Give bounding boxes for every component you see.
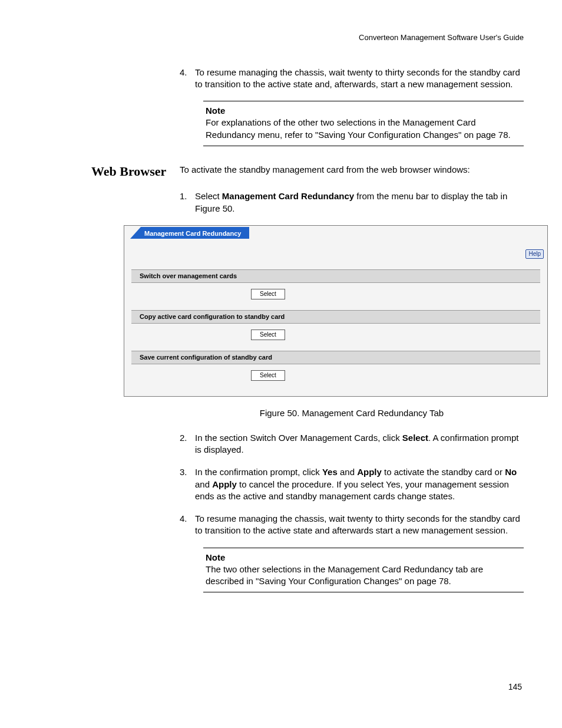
note-title: Note: [206, 105, 521, 117]
text-bold: Apply: [212, 479, 237, 489]
text-bold: Apply: [357, 467, 382, 477]
text-bold: Select: [402, 433, 428, 443]
ui-section-header: Switch over management cards: [131, 269, 540, 283]
text-run: Select: [195, 191, 222, 201]
ui-toolbar: Help: [124, 239, 547, 265]
page-number: 145: [508, 681, 522, 693]
document-header: Converteon Management Software User's Gu…: [38, 32, 524, 43]
note-box: Note The two other selections in the Man…: [203, 548, 524, 593]
text-run: to activate the standby card or: [382, 467, 505, 477]
ui-window: Management Card Redundancy Help Switch o…: [124, 225, 548, 397]
figure: Management Card Redundancy Help Switch o…: [124, 225, 548, 397]
list-number: 1.: [180, 190, 195, 215]
list-item: 3. In the confirmation prompt, click Yes…: [180, 466, 524, 502]
help-button[interactable]: Help: [525, 249, 544, 259]
list-text: To resume managing the chassis, wait twe…: [195, 513, 524, 537]
ui-tab-row: Management Card Redundancy: [124, 226, 547, 239]
note-box: Note For explanations of the other two s…: [203, 101, 524, 146]
list-item: 4. To resume managing the chassis, wait …: [180, 513, 524, 537]
text-run: In the confirmation prompt, click: [195, 467, 322, 477]
text-run: to cancel the procedure. If you select Y…: [195, 479, 509, 501]
select-button-save-config[interactable]: Select: [251, 370, 285, 381]
list-text: In the confirmation prompt, click Yes an…: [195, 466, 524, 502]
list-number: 3.: [180, 466, 195, 502]
text-bold: No: [505, 467, 517, 477]
figure-caption: Figure 50. Management Card Redundancy Ta…: [180, 407, 524, 419]
text-run: and: [195, 479, 212, 489]
text-run: and: [338, 467, 357, 477]
ui-section-body: Select: [131, 324, 540, 351]
list-number: 4.: [180, 513, 195, 537]
list-text: Select Management Card Redundancy from t…: [195, 190, 524, 215]
list-item: 4. To resume managing the chassis, wait …: [180, 67, 524, 91]
section-intro: To activate the standby management card …: [180, 163, 524, 180]
ui-section-body: Select: [131, 364, 540, 391]
note-title: Note: [206, 552, 521, 564]
note-text: The two other selections in the Manageme…: [206, 564, 521, 588]
ui-section-header: Save current configuration of standby ca…: [131, 351, 540, 364]
tab-corner-decoration: [130, 227, 141, 239]
list-text: In the section Switch Over Management Ca…: [195, 432, 524, 456]
list-item: 2. In the section Switch Over Management…: [180, 432, 524, 456]
list-number: 4.: [180, 67, 195, 91]
ui-section-body: Select: [131, 283, 540, 310]
section-heading: Web Browser: [38, 163, 180, 180]
list-item: 1. Select Management Card Redundancy fro…: [180, 190, 524, 215]
text-bold: Management Card Redundancy: [222, 191, 354, 201]
select-button-switch-over[interactable]: Select: [251, 289, 285, 299]
text-run: In the section Switch Over Management Ca…: [195, 433, 402, 443]
note-text: For explanations of the other two select…: [206, 117, 521, 141]
list-text: To resume managing the chassis, wait twe…: [195, 67, 524, 91]
text-bold: Yes: [322, 467, 338, 477]
list-number: 2.: [180, 432, 195, 456]
select-button-copy-config[interactable]: Select: [251, 330, 285, 340]
ui-section-header: Copy active card configuration to standb…: [131, 310, 540, 324]
tab-management-card-redundancy[interactable]: Management Card Redundancy: [130, 227, 249, 240]
